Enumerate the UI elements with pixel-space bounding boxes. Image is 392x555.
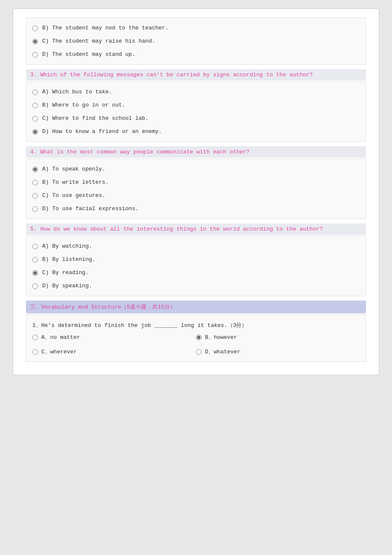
q5-radio-d[interactable] bbox=[32, 283, 38, 289]
v1-radio-a[interactable] bbox=[32, 335, 38, 340]
q5-header: 5. How do we know about all the interest… bbox=[26, 223, 366, 235]
q3-block: 3. Which of the following messages can't… bbox=[26, 69, 366, 142]
q4-label-d: D) To use facial expressions. bbox=[42, 205, 138, 212]
q2-radio-c[interactable] bbox=[32, 39, 38, 44]
q4-option-a[interactable]: A) To speak openly. bbox=[32, 162, 360, 176]
q3-header: 3. Which of the following messages can't… bbox=[26, 69, 366, 81]
q3-label-b: B) Where to go in or out. bbox=[42, 102, 125, 108]
q2-option-c[interactable]: C) The student may raise his hand. bbox=[32, 35, 360, 48]
v1-option-b[interactable]: B、however bbox=[196, 331, 360, 344]
q3-options-container: A) Which bus to take. B) Where to go in … bbox=[26, 81, 366, 142]
q5-options-container: A) By watching. B) By listening. C) By r… bbox=[26, 236, 366, 296]
v1-options-grid: A、no matter B、however C、wherever D、whate… bbox=[32, 331, 360, 358]
q2-radio-d[interactable] bbox=[32, 52, 38, 58]
q4-option-b[interactable]: B) To write letters. bbox=[32, 176, 360, 189]
q4-label-a: A) To speak openly. bbox=[42, 166, 105, 172]
q4-radio-b[interactable] bbox=[32, 180, 38, 185]
q3-radio-c[interactable] bbox=[32, 116, 38, 121]
q4-label-b: B) To write letters. bbox=[42, 179, 109, 185]
q3-option-a[interactable]: A) Which bus to take. bbox=[32, 85, 360, 98]
q4-options-container: A) To speak openly. B) To write letters.… bbox=[26, 159, 366, 219]
q4-label-c: C) To use gestures. bbox=[42, 192, 105, 199]
v1-radio-d[interactable] bbox=[196, 349, 202, 355]
v1-option-d[interactable]: D、whatever bbox=[196, 345, 360, 358]
q5-block: 5. How do we know about all the interest… bbox=[26, 223, 366, 296]
q4-header: 4. What is the most common way people co… bbox=[26, 146, 366, 158]
q2-option-b[interactable]: B) The student may nod to the teacher. bbox=[32, 21, 360, 35]
v1-question-text: 1、He's determined to finish the job ____… bbox=[32, 322, 247, 329]
v1-label-d: D、whatever bbox=[205, 348, 240, 356]
q4-option-c[interactable]: C) To use gestures. bbox=[32, 189, 360, 202]
q3-label-a: A) Which bus to take. bbox=[42, 89, 112, 95]
q2-label-d: D) The student may stand up. bbox=[42, 51, 135, 58]
v1-label-a: A、no matter bbox=[41, 333, 80, 341]
v1-label-c: C、wherever bbox=[41, 348, 77, 356]
q5-option-b[interactable]: B) By listening. bbox=[32, 253, 360, 266]
q3-radio-b[interactable] bbox=[32, 103, 38, 108]
page-container: B) The student may nod to the teacher. C… bbox=[13, 9, 379, 375]
q5-label-a: A) By watching. bbox=[42, 243, 92, 249]
q2-label-b: B) The student may nod to the teacher. bbox=[42, 25, 168, 31]
q5-radio-c[interactable] bbox=[32, 270, 38, 276]
q5-radio-b[interactable] bbox=[32, 257, 38, 263]
q3-option-c[interactable]: C) Where to find the school lab. bbox=[32, 112, 360, 125]
v1-radio-c[interactable] bbox=[32, 349, 38, 355]
q3-option-b[interactable]: B) Where to go in or out. bbox=[32, 98, 360, 112]
v1-label-b: B、however bbox=[205, 333, 237, 341]
section3-header: 三、Vocabulary and Structure（5道小题，共15分） bbox=[26, 301, 366, 313]
v1-option-c[interactable]: C、wherever bbox=[32, 345, 196, 358]
q3-option-d[interactable]: D) How to know a friend or an enemy. bbox=[32, 125, 360, 138]
v1-radio-b[interactable] bbox=[196, 335, 202, 340]
q2-options-container: B) The student may nod to the teacher. C… bbox=[26, 17, 366, 65]
q4-radio-a[interactable] bbox=[32, 167, 38, 172]
q5-option-c[interactable]: C) By reading. bbox=[32, 266, 360, 279]
q3-label-c: C) Where to find the school lab. bbox=[42, 115, 149, 121]
q2-label-c: C) The student may raise his hand. bbox=[42, 38, 155, 44]
q5-radio-a[interactable] bbox=[32, 244, 38, 249]
q4-option-d[interactable]: D) To use facial expressions. bbox=[32, 202, 360, 215]
q5-label-c: C) By reading. bbox=[42, 269, 89, 276]
q3-label-d: D) How to know a friend or an enemy. bbox=[42, 128, 162, 135]
q4-radio-d[interactable] bbox=[32, 206, 38, 212]
q5-label-b: B) By listening. bbox=[42, 256, 95, 263]
q5-option-a[interactable]: A) By watching. bbox=[32, 240, 360, 253]
q3-radio-d[interactable] bbox=[32, 129, 38, 135]
v1-question: 1、He's determined to finish the job ____… bbox=[32, 318, 360, 331]
q2-option-d[interactable]: D) The student may stand up. bbox=[32, 48, 360, 61]
q3-radio-a[interactable] bbox=[32, 90, 38, 95]
v1-option-a[interactable]: A、no matter bbox=[32, 331, 196, 344]
q2-radio-b[interactable] bbox=[32, 26, 38, 31]
q5-option-d[interactable]: D) By speaking. bbox=[32, 279, 360, 292]
q5-label-d: D) By speaking. bbox=[42, 283, 92, 289]
q4-block: 4. What is the most common way people co… bbox=[26, 146, 366, 219]
v1-container: 1、He's determined to finish the job ____… bbox=[26, 314, 366, 362]
q4-radio-c[interactable] bbox=[32, 193, 38, 199]
